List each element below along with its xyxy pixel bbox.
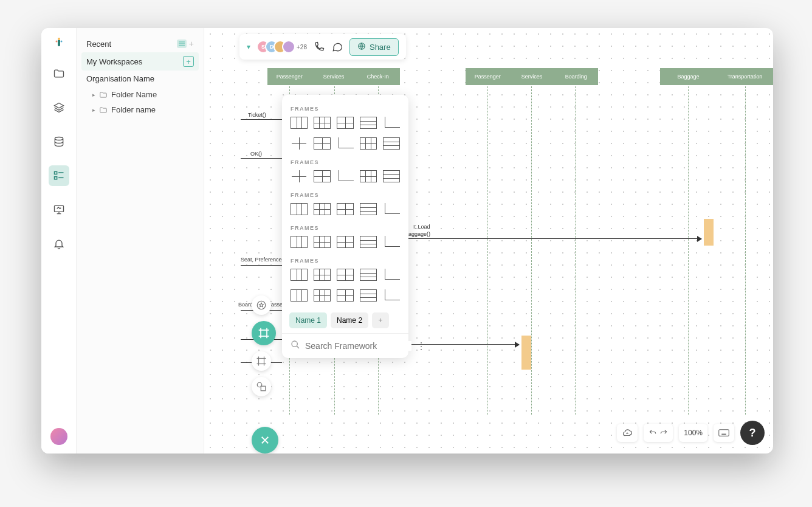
lifeline[interactable] xyxy=(575,86,576,415)
frame-option-grid2x2[interactable] xyxy=(337,289,354,302)
frame-option-grid3x2[interactable] xyxy=(314,203,331,215)
presentation-icon[interactable] xyxy=(49,199,69,220)
frame-option-axes[interactable] xyxy=(383,289,400,302)
frame-option-rows3[interactable] xyxy=(360,117,377,129)
frame-option-cross[interactable] xyxy=(291,170,308,182)
frames-row xyxy=(282,287,408,308)
list-icon[interactable] xyxy=(49,165,69,186)
help-button[interactable]: ? xyxy=(740,421,765,445)
frames-row xyxy=(282,266,408,287)
undo-redo[interactable] xyxy=(644,424,673,442)
more-icon[interactable]: ⋮ xyxy=(416,340,427,352)
frame-option-cols3[interactable] xyxy=(291,269,308,281)
popover-tab-2[interactable]: Name 2 xyxy=(331,312,368,328)
user-avatar[interactable] xyxy=(50,428,67,445)
folder-icon[interactable] xyxy=(49,63,69,84)
frame-option-grid2x2[interactable] xyxy=(337,236,354,248)
message-label[interactable]: Ticket() xyxy=(248,112,266,118)
frame-option-rows3[interactable] xyxy=(383,170,400,182)
sidebar-org[interactable]: Organisation Name xyxy=(81,71,199,87)
collaborator-avatar[interactable] xyxy=(282,40,295,53)
lifeline[interactable] xyxy=(531,86,532,415)
sidebar-recent[interactable]: Recent + xyxy=(81,35,199,52)
frame-option-grid3x2[interactable] xyxy=(314,269,331,281)
layers-icon[interactable] xyxy=(49,97,69,118)
frame-option-rows3[interactable] xyxy=(360,236,377,248)
folder-small-icon xyxy=(99,91,108,99)
frame-option-rows3[interactable] xyxy=(360,289,377,302)
frame-option-axes[interactable] xyxy=(337,137,354,150)
shapes-tool-icon[interactable] xyxy=(252,377,271,396)
frame-option-grid3x2[interactable] xyxy=(314,289,331,302)
frames-section-title: FRAMES xyxy=(282,156,408,168)
frame-option-grid3x2[interactable] xyxy=(360,137,377,150)
add-workspace-button[interactable]: + xyxy=(183,56,194,67)
frame-option-cols3[interactable] xyxy=(291,203,308,215)
cloud-sync-icon[interactable] xyxy=(617,424,638,442)
frame-option-cols3[interactable] xyxy=(291,117,308,129)
lifeline[interactable] xyxy=(487,86,488,415)
canvas[interactable]: ▾ SD+28 Share PassengerServicesCheck-InP… xyxy=(204,28,773,454)
message-label[interactable]: I: Load xyxy=(413,224,430,230)
frames-row xyxy=(282,114,408,135)
avatar-stack[interactable]: SD+28 xyxy=(256,40,307,53)
star-tool-icon[interactable] xyxy=(252,295,271,315)
close-tool-icon[interactable] xyxy=(252,427,278,454)
frame-option-grid2x2[interactable] xyxy=(337,117,354,129)
avatar-overflow-count[interactable]: +28 xyxy=(297,44,307,50)
frame-option-grid2x2[interactable] xyxy=(337,203,354,215)
message-label[interactable]: Seat, Preferences() xyxy=(241,257,288,263)
lane-title: Transportation xyxy=(717,74,773,80)
frame-option-axes[interactable] xyxy=(383,203,400,215)
frame-option-cols3[interactable] xyxy=(291,236,308,248)
zoom-level[interactable]: 100% xyxy=(679,424,707,442)
frame-option-axes[interactable] xyxy=(383,117,400,129)
frames-row xyxy=(282,135,408,156)
chevron-down-icon[interactable]: ▾ xyxy=(247,43,250,51)
folder-item[interactable]: ▸Folder Name xyxy=(81,87,199,102)
list-view-icon[interactable] xyxy=(177,40,187,48)
message-label[interactable]: Baggage() xyxy=(405,231,430,237)
frame-option-axes[interactable] xyxy=(383,269,400,281)
frame-option-cols3[interactable] xyxy=(291,289,308,302)
frames-row xyxy=(282,168,408,188)
lifeline[interactable] xyxy=(745,86,746,415)
bell-icon[interactable] xyxy=(49,233,69,254)
database-icon[interactable] xyxy=(49,131,69,152)
frame-option-grid2x2[interactable] xyxy=(314,170,331,182)
frame-option-rows3[interactable] xyxy=(360,269,377,281)
share-button[interactable]: Share xyxy=(349,38,399,56)
folder-item[interactable]: ▸Folder name xyxy=(81,102,199,117)
frame-option-grid2x2[interactable] xyxy=(314,137,331,150)
phone-icon[interactable] xyxy=(313,41,325,53)
svg-point-26 xyxy=(292,341,297,347)
frame-outline-tool-icon[interactable] xyxy=(252,351,271,371)
chat-icon[interactable] xyxy=(331,41,343,53)
frame-option-cross[interactable] xyxy=(291,137,308,150)
frame-option-grid3x2[interactable] xyxy=(314,236,331,248)
message-label[interactable]: OK() xyxy=(250,151,262,157)
frame-option-grid3x2[interactable] xyxy=(314,117,331,129)
sidebar-workspaces[interactable]: My Workspaces + xyxy=(81,52,199,71)
lane-title: Boarding xyxy=(554,74,598,80)
frame-option-rows3[interactable] xyxy=(383,137,400,150)
frame-option-grid2x2[interactable] xyxy=(337,269,354,281)
folder-label: Folder Name xyxy=(111,90,157,99)
search-input[interactable] xyxy=(305,341,411,351)
popover-add-tab[interactable]: + xyxy=(372,312,389,328)
keyboard-icon[interactable] xyxy=(714,424,734,442)
popover-tab-1[interactable]: Name 1 xyxy=(289,312,327,328)
message-arrow[interactable] xyxy=(408,238,701,239)
activation-bar[interactable] xyxy=(521,336,531,370)
diagram-header[interactable]: PassengerServicesCheck-In xyxy=(267,68,400,85)
frame-option-axes[interactable] xyxy=(383,236,400,248)
plus-icon[interactable]: + xyxy=(189,39,194,49)
frame-tool-icon[interactable] xyxy=(252,321,276,345)
diagram-header[interactable]: PassengerServicesBoarding xyxy=(466,68,598,85)
frame-option-grid3x2[interactable] xyxy=(360,170,377,182)
lifeline[interactable] xyxy=(688,86,689,415)
activation-bar[interactable] xyxy=(704,219,714,246)
diagram-header[interactable]: BaggageTransportation xyxy=(660,68,773,85)
frame-option-rows3[interactable] xyxy=(360,203,377,215)
frame-option-axes[interactable] xyxy=(337,170,354,182)
